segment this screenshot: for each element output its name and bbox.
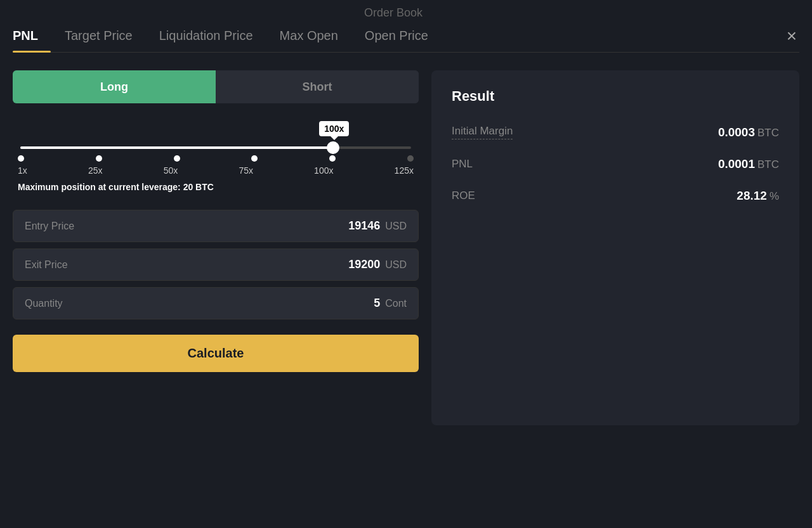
quantity-label: Quantity — [25, 298, 374, 309]
pnl-row: PNL 0.0001BTC — [452, 157, 779, 171]
slider-track[interactable] — [20, 146, 411, 149]
long-button[interactable]: Long — [13, 70, 216, 103]
label-1x: 1x — [18, 165, 27, 176]
tick-50x[interactable] — [174, 155, 180, 162]
tab-max-open[interactable]: Max Open — [280, 20, 352, 52]
order-book-label: Order Book — [364, 6, 448, 20]
tab-open-price[interactable]: Open Price — [365, 20, 442, 52]
leverage-section: 100x 1x 25x — [13, 121, 419, 192]
leverage-tooltip: 100x — [319, 121, 349, 136]
entry-price-field[interactable]: Entry Price 19146 USD — [13, 210, 419, 242]
close-button[interactable]: × — [784, 26, 799, 46]
roe-label: ROE — [452, 190, 475, 202]
label-75x: 75x — [239, 165, 253, 176]
roe-value: 28.12% — [737, 189, 779, 203]
pnl-label: PNL — [452, 158, 473, 171]
label-50x: 50x — [164, 165, 178, 176]
initial-margin-row: Initial Margin 0.0003BTC — [452, 125, 779, 139]
quantity-value: 5 — [374, 297, 380, 310]
quantity-unit: Cont — [385, 298, 407, 309]
tick-125x[interactable] — [407, 155, 414, 162]
tick-100x[interactable] — [329, 155, 336, 162]
max-position-unit: BTC — [195, 182, 214, 192]
calculate-button[interactable]: Calculate — [13, 335, 419, 372]
entry-price-unit: USD — [385, 221, 407, 232]
initial-margin-label: Initial Margin — [452, 125, 513, 139]
exit-price-unit: USD — [385, 259, 407, 271]
entry-price-value: 19146 — [348, 219, 380, 233]
tab-navigation: PNL Target Price Liquidation Price Max O… — [13, 20, 799, 53]
entry-price-label: Entry Price — [25, 221, 348, 232]
short-button[interactable]: Short — [216, 70, 419, 103]
result-panel: Result Initial Margin 0.0003BTC PNL 0.00… — [431, 70, 799, 425]
result-title: Result — [452, 88, 779, 105]
quantity-field[interactable]: Quantity 5 Cont — [13, 287, 419, 319]
slider-fill — [20, 146, 333, 149]
exit-price-label: Exit Price — [25, 259, 348, 271]
label-25x: 25x — [88, 165, 103, 176]
long-short-toggle: Long Short — [13, 70, 419, 103]
exit-price-field[interactable]: Exit Price 19200 USD — [13, 248, 419, 281]
roe-row: ROE 28.12% — [452, 189, 779, 203]
initial-margin-value: 0.0003BTC — [718, 126, 779, 139]
tick-75x[interactable] — [251, 155, 258, 162]
tab-target-price[interactable]: Target Price — [65, 20, 147, 52]
tick-25x[interactable] — [96, 155, 102, 162]
left-panel: Long Short 100x — [13, 70, 419, 425]
label-125x: 125x — [395, 165, 414, 176]
tab-pnl[interactable]: PNL — [13, 20, 52, 52]
slider-thumb[interactable] — [327, 141, 339, 154]
pnl-value: 0.0001BTC — [718, 157, 779, 171]
tick-1x[interactable] — [18, 155, 24, 162]
max-position-value: 20 — [183, 182, 193, 192]
tab-liquidation-price[interactable]: Liquidation Price — [159, 20, 267, 52]
label-100x: 100x — [314, 165, 333, 176]
exit-price-value: 19200 — [348, 258, 380, 271]
max-position-text: Maximum position at current leverage: 20… — [18, 182, 414, 192]
